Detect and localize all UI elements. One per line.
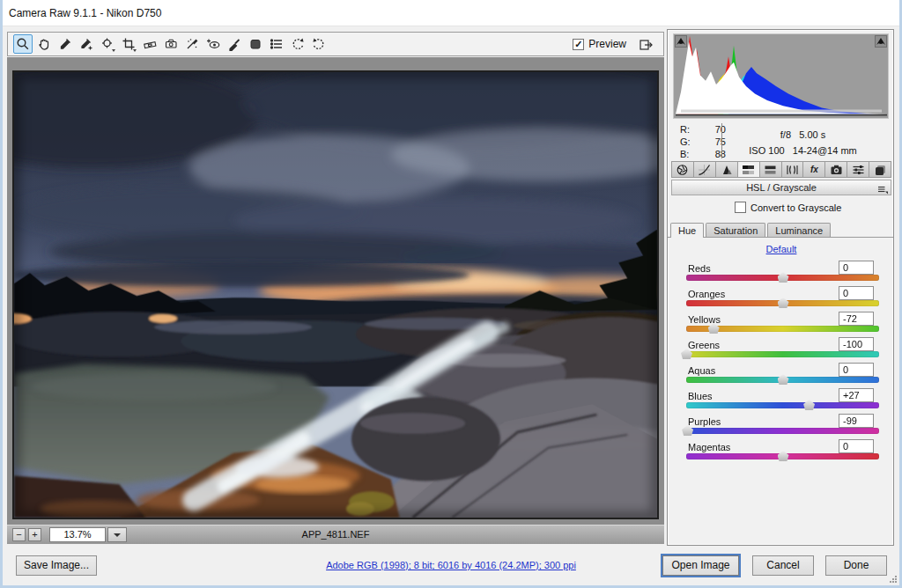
eye-plus-icon: [206, 37, 221, 51]
open-image-button[interactable]: Open Image: [662, 555, 739, 576]
snapshots-icon: [874, 164, 887, 176]
slider-track[interactable]: [686, 402, 879, 408]
resize-grip[interactable]: [889, 576, 897, 584]
rgb-red-readout: R:70: [680, 124, 726, 135]
slider-value-field[interactable]: -100: [839, 337, 874, 351]
clipping-triangle-icon: [876, 38, 885, 45]
tab-lens-corrections[interactable]: [782, 162, 804, 177]
status-bar: − + APP_4811.NEF 13.7%: [7, 525, 664, 544]
sliders-icon: [852, 164, 865, 176]
preview-checkbox[interactable]: ✓: [573, 39, 584, 50]
tab-saturation[interactable]: Saturation: [706, 223, 765, 238]
adjustment-brush-tool-button[interactable]: [225, 34, 244, 54]
histogram: [673, 33, 889, 119]
flyout-menu-icon: [877, 186, 888, 195]
tab-detail[interactable]: [716, 162, 738, 177]
slider-track[interactable]: [686, 428, 879, 434]
transform-tool-button[interactable]: [161, 34, 181, 54]
landscape-photo: [14, 72, 657, 518]
slider-value-field[interactable]: 0: [839, 286, 874, 300]
slider-reds: Reds 0: [686, 263, 879, 289]
slider-thumb[interactable]: [778, 298, 789, 308]
camera-icon: [830, 164, 843, 176]
targeted-adjustment-tool-button[interactable]: [98, 34, 117, 54]
image-canvas-area: [7, 57, 664, 525]
tab-snapshots[interactable]: [869, 162, 891, 177]
healing-brush-icon: [185, 37, 199, 51]
adjustments-panel: R:70 G:75 B:88 f/8 5.00 s ISO 100 14-24@…: [667, 29, 894, 546]
slider-value-field[interactable]: 0: [839, 363, 874, 377]
tab-hue[interactable]: Hue: [670, 223, 704, 238]
tab-hsl-grayscale[interactable]: [738, 162, 760, 177]
lens-icon: [786, 164, 799, 176]
slider-value-field[interactable]: +27: [839, 388, 874, 402]
slider-aquas: Aquas 0: [686, 365, 879, 391]
aperture-icon: [676, 164, 689, 176]
slider-label: Purples: [688, 416, 721, 427]
panel-header: HSL / Grayscale: [671, 180, 891, 195]
photo-preview[interactable]: [12, 70, 659, 519]
tab-tone-curve[interactable]: [694, 162, 716, 177]
slider-label: Blues: [688, 391, 713, 401]
slider-track[interactable]: [686, 351, 879, 357]
slider-thumb[interactable]: [778, 374, 789, 385]
tab-split-toning[interactable]: [760, 162, 782, 177]
toggle-fullscreen-button[interactable]: [637, 36, 656, 54]
slider-value-field[interactable]: 0: [839, 261, 874, 275]
dropdown-caret-icon: [112, 49, 115, 52]
filter-list-tool-button[interactable]: [267, 34, 286, 54]
list-icon: [270, 37, 284, 51]
highlight-clipping-indicator[interactable]: [875, 35, 887, 48]
tab-camera-calibration[interactable]: [825, 162, 847, 177]
level-icon: [143, 37, 158, 51]
slider-value-field[interactable]: 0: [839, 439, 874, 453]
white-balance-tool-button[interactable]: [55, 34, 75, 54]
cancel-button[interactable]: Cancel: [752, 555, 814, 576]
footer-bar: Save Image... Adobe RGB (1998); 8 bit; 6…: [0, 546, 902, 588]
toolbar: ✓ Preview: [7, 32, 664, 56]
save-image-button[interactable]: Save Image...: [16, 555, 97, 576]
slider-thumb[interactable]: [803, 400, 815, 410]
slider-thumb[interactable]: [778, 451, 789, 461]
convert-grayscale-checkbox[interactable]: [735, 202, 746, 213]
rotate-right-button[interactable]: [309, 34, 329, 54]
panel-menu-button[interactable]: [877, 184, 888, 198]
slider-value-field[interactable]: -72: [839, 312, 874, 326]
spot-removal-tool-button[interactable]: [182, 34, 202, 54]
tab-luminance[interactable]: Luminance: [767, 223, 831, 238]
zoom-tool-button[interactable]: [13, 34, 33, 54]
hand-icon: [37, 37, 51, 51]
slider-thumb[interactable]: [778, 272, 789, 283]
sharpen-triangle-icon: [720, 164, 733, 176]
eyedropper-icon: [58, 37, 72, 51]
slider-blues: Blues +27: [686, 391, 879, 416]
slider-label: Magentas: [688, 442, 730, 452]
histogram-canvas: [674, 34, 888, 118]
chevron-down-icon: [114, 533, 121, 537]
default-link[interactable]: Default: [668, 244, 895, 254]
done-button[interactable]: Done: [825, 555, 887, 576]
slider-label: Oranges: [688, 289, 725, 299]
zoom-level-dropdown[interactable]: [107, 527, 127, 542]
rgb-blue-readout: B:88: [680, 149, 726, 159]
exposure-readout: f/8 5.00 s: [726, 129, 880, 140]
hsl-tab-bar: Hue Saturation Luminance: [670, 223, 832, 238]
panel-tab-strip: fx: [671, 161, 891, 178]
graduated-filter-tool-button[interactable]: [246, 34, 265, 54]
zoom-level-field[interactable]: 13.7%: [49, 527, 106, 542]
tab-basic[interactable]: [672, 162, 694, 177]
tab-effects[interactable]: fx: [803, 162, 825, 177]
fx-icon: fx: [810, 165, 818, 174]
red-eye-tool-button[interactable]: [203, 34, 223, 54]
shadow-clipping-indicator[interactable]: [675, 35, 687, 48]
straighten-tool-button[interactable]: [140, 34, 159, 54]
clipping-triangle-icon: [676, 38, 685, 45]
tab-presets[interactable]: [847, 162, 869, 177]
crop-tool-button[interactable]: [119, 34, 138, 54]
color-sampler-tool-button[interactable]: [77, 34, 96, 54]
slider-value-field[interactable]: -99: [839, 414, 874, 428]
rotate-left-button[interactable]: [288, 34, 307, 54]
graduated-filter-icon: [248, 37, 262, 51]
hand-tool-button[interactable]: [34, 34, 54, 54]
workflow-options-link[interactable]: Adobe RGB (1998); 8 bit; 6016 by 4016 (2…: [264, 560, 638, 570]
